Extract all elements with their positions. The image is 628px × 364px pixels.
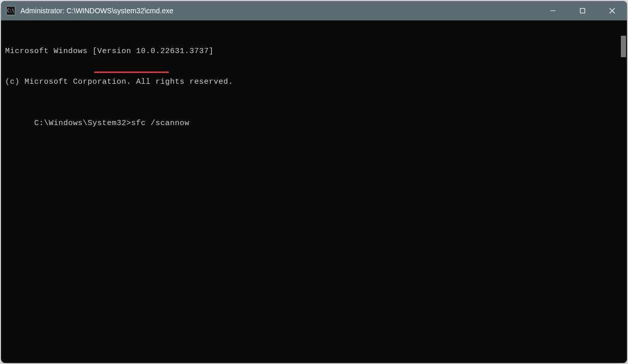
close-icon [609,8,615,14]
titlebar[interactable]: C:\ Administrator: C:\WINDOWS\system32\c… [1,1,627,20]
output-line: (c) Microsoft Corporation. All rights re… [5,77,614,87]
close-button[interactable] [597,1,627,20]
terminal-area: Microsoft Windows [Version 10.0.22631.37… [1,20,627,363]
maximize-button[interactable] [568,1,597,20]
maximize-icon [579,8,586,14]
output-line: Microsoft Windows [Version 10.0.22631.37… [5,46,614,57]
command-prompt-window: C:\ Administrator: C:\WINDOWS\system32\c… [1,1,627,363]
svg-rect-1 [581,9,585,13]
annotation-underline [94,71,169,73]
scrollbar-thumb[interactable] [621,36,626,57]
app-icon-label: C:\ [7,9,14,13]
scrollbar[interactable] [618,20,627,363]
minimize-icon [550,8,556,14]
prompt-line: C:\Windows\System32>sfc /scannow [34,118,189,129]
window-controls [538,1,627,20]
window-title: Administrator: C:\WINDOWS\system32\cmd.e… [20,7,538,15]
minimize-button[interactable] [538,1,568,20]
app-icon: C:\ [6,6,15,15]
terminal-output[interactable]: Microsoft Windows [Version 10.0.22631.37… [1,20,618,363]
